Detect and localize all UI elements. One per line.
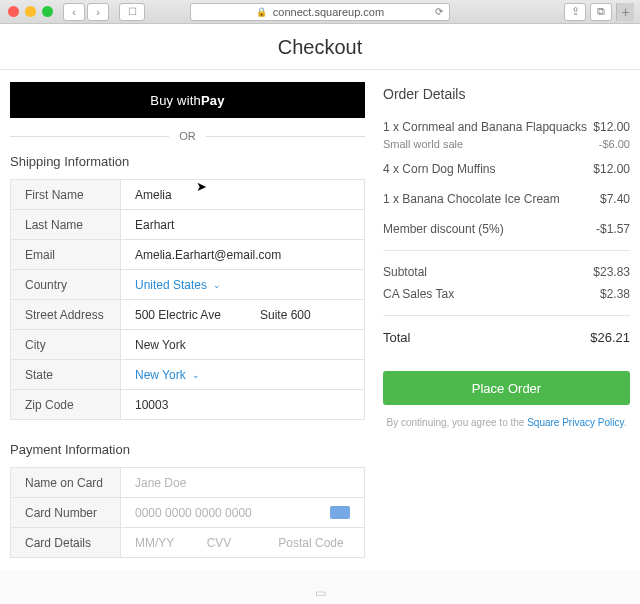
name-on-card-input[interactable]: [135, 476, 350, 490]
new-tab-button[interactable]: +: [616, 3, 634, 21]
url-text: connect.squareup.com: [273, 6, 384, 18]
first-name-label: First Name: [11, 180, 121, 210]
country-label: Country: [11, 270, 121, 300]
chevron-down-icon: ⌄: [213, 280, 221, 290]
state-select[interactable]: New York ⌄: [135, 368, 350, 382]
card-cvv-input[interactable]: [207, 536, 279, 550]
order-details-title: Order Details: [383, 86, 630, 102]
street-label: Street Address: [11, 300, 121, 330]
tax-row: CA Sales Tax$2.38: [383, 287, 630, 301]
chevron-down-icon: ⌄: [192, 370, 200, 380]
share-button[interactable]: ⇪: [564, 3, 586, 21]
line-item: Member discount (5%)-$1.57: [383, 222, 630, 236]
first-name-input[interactable]: [135, 188, 350, 202]
lock-icon: 🔒: [256, 7, 267, 17]
tabs-button[interactable]: ⧉: [590, 3, 612, 21]
minimize-window[interactable]: [25, 6, 36, 17]
email-input[interactable]: [135, 248, 350, 262]
line-item: 1 x Banana Chocolate Ice Cream$7.40: [383, 192, 630, 206]
zip-input[interactable]: [135, 398, 350, 412]
address-bar[interactable]: 🔒 connect.squareup.com ⟳: [190, 3, 450, 21]
line-item: 1 x Cornmeal and Banana Flapquacks$12.00: [383, 120, 630, 134]
card-expiry-input[interactable]: [135, 536, 207, 550]
payment-section-title: Payment Information: [10, 442, 365, 457]
apple-pay-button[interactable]: Buy with Pay: [10, 82, 365, 118]
state-label: State: [11, 360, 121, 390]
maximize-window[interactable]: [42, 6, 53, 17]
street-input[interactable]: [135, 308, 252, 322]
shipping-form: First Name Last Name Email Country Unite…: [10, 179, 365, 420]
city-label: City: [11, 330, 121, 360]
last-name-input[interactable]: [135, 218, 350, 232]
city-input[interactable]: [135, 338, 350, 352]
line-item-discount: Small world sale-$6.00: [383, 138, 630, 150]
browser-chrome: ‹ › ☐ 🔒 connect.squareup.com ⟳ ⇪ ⧉ +: [0, 0, 640, 24]
card-details-label: Card Details: [11, 528, 121, 558]
total-row: Total$26.21: [383, 330, 630, 345]
zip-label: Zip Code: [11, 390, 121, 420]
close-window[interactable]: [8, 6, 19, 17]
privacy-policy-link[interactable]: Square Privacy Policy: [527, 417, 624, 428]
card-number-input[interactable]: [135, 506, 330, 520]
reload-icon[interactable]: ⟳: [435, 6, 443, 17]
payment-form: Name on Card Card Number Card Details: [10, 467, 365, 558]
disclaimer: By continuing, you agree to the Square P…: [383, 417, 630, 428]
name-on-card-label: Name on Card: [11, 468, 121, 498]
last-name-label: Last Name: [11, 210, 121, 240]
subtotal-row: Subtotal$23.83: [383, 265, 630, 279]
footer-bar: ▭: [0, 586, 640, 600]
country-select[interactable]: United States ⌄: [135, 278, 350, 292]
forward-button[interactable]: ›: [87, 3, 109, 21]
credit-card-icon: [330, 506, 350, 519]
street2-input[interactable]: [260, 308, 350, 322]
page-title: Checkout: [0, 24, 640, 70]
window-controls: [8, 6, 53, 17]
line-item: 4 x Corn Dog Muffins$12.00: [383, 162, 630, 176]
place-order-button[interactable]: Place Order: [383, 371, 630, 405]
sidebar-toggle[interactable]: ☐: [119, 3, 145, 21]
card-number-label: Card Number: [11, 498, 121, 528]
card-zip-input[interactable]: [278, 536, 350, 550]
back-button[interactable]: ‹: [63, 3, 85, 21]
email-label: Email: [11, 240, 121, 270]
shipping-section-title: Shipping Information: [10, 154, 365, 169]
or-divider: OR: [10, 130, 365, 142]
